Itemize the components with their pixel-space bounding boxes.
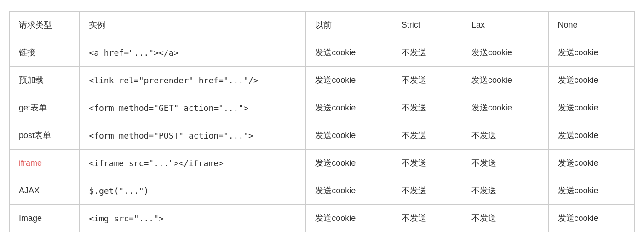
cell-before: 发送cookie bbox=[306, 66, 392, 94]
cell-strict: 不发送 bbox=[392, 204, 462, 232]
cell-before: 发送cookie bbox=[306, 204, 392, 232]
header-before: 以前 bbox=[306, 11, 392, 39]
cell-example: <a href="..."></a> bbox=[80, 39, 306, 66]
cell-before: 发送cookie bbox=[306, 39, 392, 66]
cell-lax: 发送cookie bbox=[462, 66, 548, 94]
cell-lax: 不发送 bbox=[462, 177, 548, 204]
cell-lax: 发送cookie bbox=[462, 94, 548, 122]
table-row: get表单<form method="GET" action="...">发送c… bbox=[10, 94, 635, 122]
cell-none: 发送cookie bbox=[548, 39, 634, 66]
cell-example: $.get("...") bbox=[80, 177, 306, 204]
cell-strict: 不发送 bbox=[392, 149, 462, 177]
cell-example: <form method="GET" action="..."> bbox=[80, 94, 306, 122]
cell-none: 发送cookie bbox=[548, 204, 634, 232]
cell-type: iframe bbox=[10, 149, 80, 177]
cell-strict: 不发送 bbox=[392, 66, 462, 94]
cell-lax: 不发送 bbox=[462, 204, 548, 232]
cell-type: get表单 bbox=[10, 94, 80, 122]
header-example: 实例 bbox=[80, 11, 306, 39]
header-lax: Lax bbox=[462, 11, 548, 39]
table-wrapper: 请求类型 实例 以前 Strict Lax None 链接<a href="..… bbox=[9, 11, 635, 232]
cell-before: 发送cookie bbox=[306, 177, 392, 204]
cell-example: <iframe src="..."></iframe> bbox=[80, 149, 306, 177]
table-row: post表单<form method="POST" action="...">发… bbox=[10, 122, 635, 149]
cell-example: <img src="..."> bbox=[80, 204, 306, 232]
cell-before: 发送cookie bbox=[306, 94, 392, 122]
cell-type: 预加载 bbox=[10, 66, 80, 94]
cell-type: post表单 bbox=[10, 122, 80, 149]
header-type: 请求类型 bbox=[10, 11, 80, 39]
header-none: None bbox=[548, 11, 634, 39]
cell-example: <link rel="prerender" href="..."/> bbox=[80, 66, 306, 94]
cell-lax: 不发送 bbox=[462, 122, 548, 149]
cell-strict: 不发送 bbox=[392, 122, 462, 149]
cell-strict: 不发送 bbox=[392, 177, 462, 204]
cell-none: 发送cookie bbox=[548, 66, 634, 94]
cell-none: 发送cookie bbox=[548, 149, 634, 177]
cell-lax: 不发送 bbox=[462, 149, 548, 177]
cell-before: 发送cookie bbox=[306, 122, 392, 149]
cell-lax: 发送cookie bbox=[462, 39, 548, 66]
cell-strict: 不发送 bbox=[392, 94, 462, 122]
table-row: 链接<a href="..."></a>发送cookie不发送发送cookie发… bbox=[10, 39, 635, 66]
table-row: iframe<iframe src="..."></iframe>发送cooki… bbox=[10, 149, 635, 177]
cell-none: 发送cookie bbox=[548, 122, 634, 149]
table-row: AJAX$.get("...")发送cookie不发送不发送发送cookie bbox=[10, 177, 635, 204]
table-row: Image<img src="...">发送cookie不发送不发送发送cook… bbox=[10, 204, 635, 232]
header-strict: Strict bbox=[392, 11, 462, 39]
cookie-samesite-table: 请求类型 实例 以前 Strict Lax None 链接<a href="..… bbox=[9, 11, 635, 232]
cell-example: <form method="POST" action="..."> bbox=[80, 122, 306, 149]
table-header-row: 请求类型 实例 以前 Strict Lax None bbox=[10, 11, 635, 39]
cell-type: 链接 bbox=[10, 39, 80, 66]
cell-strict: 不发送 bbox=[392, 39, 462, 66]
cell-none: 发送cookie bbox=[548, 94, 634, 122]
cell-none: 发送cookie bbox=[548, 177, 634, 204]
cell-type: Image bbox=[10, 204, 80, 232]
cell-type: AJAX bbox=[10, 177, 80, 204]
table-row: 预加载<link rel="prerender" href="..."/>发送c… bbox=[10, 66, 635, 94]
cell-before: 发送cookie bbox=[306, 149, 392, 177]
